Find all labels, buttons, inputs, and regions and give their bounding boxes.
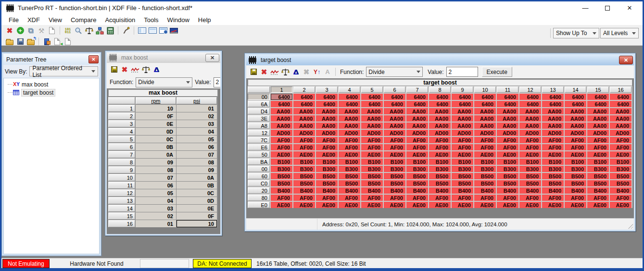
row-header[interactable]: 10 (108, 174, 135, 181)
execute-button[interactable]: Execute (482, 67, 512, 77)
table-cell[interactable]: AE00 (587, 202, 609, 208)
tile-horizontal-icon[interactable] (147, 26, 158, 36)
table-cell[interactable]: AA00 (406, 123, 428, 129)
table-cell[interactable]: AA00 (474, 115, 496, 122)
table-cell[interactable]: AF00 (293, 195, 315, 201)
table-cell[interactable]: 6400 (429, 101, 451, 107)
table-cell[interactable]: AA00 (316, 108, 338, 114)
table-cell[interactable]: B500 (429, 180, 451, 186)
table-cell[interactable]: 6400 (429, 94, 451, 100)
tools-wrench-icon[interactable]: ⚒ (36, 26, 47, 36)
table-cell[interactable]: B100 (293, 159, 315, 165)
tree-item-target-boost[interactable]: target boost (8, 88, 99, 97)
view-by-select[interactable]: Parameter Ordered List (29, 66, 98, 76)
resize-grip[interactable] (628, 224, 633, 229)
table-cell[interactable]: AD00 (519, 130, 541, 136)
table-cell[interactable]: 6400 (452, 101, 473, 107)
table-cell[interactable]: B300 (271, 166, 292, 172)
table-cell[interactable]: AE00 (587, 151, 609, 158)
table-cell[interactable]: AA00 (406, 115, 428, 122)
row-header[interactable]: 7C (248, 137, 270, 143)
column-header-3[interactable]: 3 (316, 86, 338, 93)
folder-up-icon[interactable]: ↰ (25, 37, 36, 47)
table-cell[interactable]: 0D (136, 128, 176, 135)
table-cell[interactable]: AF00 (316, 144, 338, 150)
table-cell[interactable]: B400 (316, 187, 338, 194)
scales-compare-icon[interactable] (280, 67, 290, 77)
all-levels-select[interactable]: All Levels (600, 28, 639, 38)
table-cell[interactable]: AD00 (429, 130, 451, 136)
table-cell[interactable]: B100 (542, 159, 564, 165)
column-header-1[interactable]: 1 (271, 86, 292, 93)
acquisition-probe-icon[interactable] (121, 26, 131, 36)
table-cell[interactable]: 6400 (610, 101, 631, 107)
table-cell[interactable]: B300 (339, 166, 360, 172)
column-header-9[interactable]: 9 (452, 86, 473, 93)
column-header-2[interactable]: 2 (293, 86, 315, 93)
table-cell[interactable]: 6400 (519, 101, 541, 107)
table-cell[interactable]: AA00 (316, 123, 338, 129)
export-document-icon[interactable]: ◂ (52, 37, 63, 47)
value-input[interactable]: 2 (446, 67, 478, 77)
table-cell[interactable]: AA00 (384, 123, 405, 129)
table-cell[interactable]: AF00 (474, 137, 496, 143)
table-cell[interactable]: 0A (177, 174, 217, 181)
column-header-5[interactable]: 5 (361, 86, 383, 93)
table-cell[interactable]: 10 (136, 105, 176, 112)
table-cell[interactable]: AF00 (384, 137, 405, 143)
tree-item-max-boost[interactable]: XY max boost (8, 80, 99, 88)
row-header[interactable]: 12 (108, 189, 135, 197)
table-cell[interactable]: B400 (519, 187, 541, 194)
delta-compare-icon[interactable]: Δ (290, 67, 301, 77)
row-header[interactable]: E6 (248, 144, 270, 150)
table-cell[interactable]: AD00 (293, 130, 315, 136)
table-cell[interactable]: B500 (429, 173, 451, 179)
max-boost-close-button[interactable]: ✕ (205, 54, 219, 62)
table-cell[interactable]: AF00 (406, 195, 428, 201)
table-cell[interactable]: B100 (497, 159, 518, 165)
table-cell[interactable]: B100 (519, 159, 541, 165)
table-cell[interactable]: B400 (542, 187, 564, 194)
table-cell[interactable]: B500 (497, 173, 518, 179)
table-cell[interactable]: 6400 (474, 101, 496, 107)
new-document-icon[interactable] (47, 26, 57, 36)
table-cell[interactable]: B500 (384, 180, 405, 186)
table-cell[interactable]: AF00 (361, 195, 383, 201)
table-cell[interactable]: AA00 (339, 115, 360, 122)
row-header[interactable]: 3E (248, 115, 270, 122)
table-cell[interactable]: B500 (519, 173, 541, 179)
table-cell[interactable]: B100 (474, 159, 496, 165)
table-cell[interactable]: AE00 (339, 151, 360, 158)
table-cell[interactable]: AA00 (271, 108, 292, 114)
table-cell[interactable]: 6400 (361, 101, 383, 107)
table-cell[interactable]: AE00 (474, 151, 496, 158)
table-cell[interactable]: AD00 (316, 130, 338, 136)
save-icon[interactable] (248, 67, 259, 77)
table-cell[interactable]: AE00 (429, 202, 451, 208)
table-cell[interactable]: B300 (406, 166, 428, 172)
table-cell[interactable]: AA00 (587, 123, 609, 129)
menu-item-xdf[interactable]: XDF (23, 15, 44, 25)
table-cell[interactable]: 6400 (406, 94, 428, 100)
waveform-icon[interactable] (269, 67, 280, 77)
row-header[interactable]: 6 (108, 143, 135, 150)
table-cell[interactable]: B500 (542, 173, 564, 179)
table-cell[interactable]: AA00 (293, 115, 315, 122)
table-cell[interactable]: AE00 (565, 202, 586, 208)
table-cell[interactable]: AA00 (361, 123, 383, 129)
table-cell[interactable]: B300 (361, 166, 383, 172)
table-cell[interactable]: AF00 (339, 195, 360, 201)
table-cell[interactable]: AE00 (542, 151, 564, 158)
table-cell[interactable]: 6400 (519, 94, 541, 100)
table-cell[interactable]: 03 (177, 120, 217, 127)
table-cell[interactable]: B500 (361, 180, 383, 186)
add-parameter-icon[interactable]: + (15, 26, 25, 36)
table-cell[interactable]: 0F (136, 112, 176, 120)
table-cell[interactable]: AF00 (587, 137, 609, 143)
row-header[interactable]: 50 (248, 151, 270, 158)
table-cell[interactable]: 6400 (610, 94, 631, 100)
table-cell[interactable]: AF00 (519, 144, 541, 150)
table-cell[interactable]: AF00 (519, 195, 541, 201)
tile-vertical-icon[interactable] (137, 26, 147, 36)
scales-compare-icon[interactable] (140, 65, 151, 74)
